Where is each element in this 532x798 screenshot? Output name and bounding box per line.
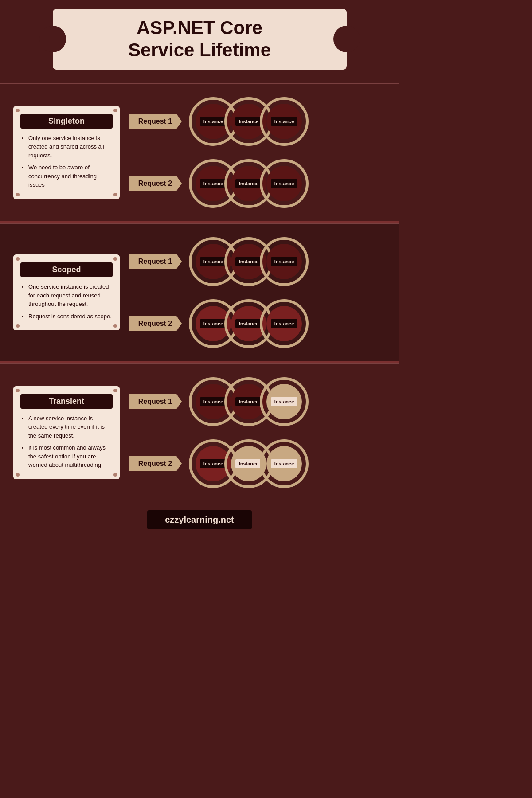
singleton-bullet-list: Only one service instance is created and… xyxy=(20,134,113,189)
scoped-r1-ring3: Instance xyxy=(260,237,309,286)
singleton-instances-r1: Instance Instance xyxy=(189,97,309,146)
transient-r2-instance3: Instance xyxy=(271,459,298,468)
transient-bullet-1: A new service instance is created every … xyxy=(28,414,113,440)
scoped-r1-circle3: Instance xyxy=(260,237,309,286)
footer-label: ezzylearning.net xyxy=(147,510,252,529)
singleton-diagram: Request 1 Instance Instance xyxy=(129,97,386,208)
singleton-r2-inner3: Instance xyxy=(266,166,302,201)
scoped-request1-label: Request 1 xyxy=(129,254,182,269)
header-title: ASP.NET Core Service Lifetime xyxy=(79,17,320,62)
scoped-request1-row: Request 1 Instance Instance xyxy=(129,237,386,286)
singleton-r2-instance1: Instance xyxy=(200,179,227,188)
scoped-bullet-list: One service instance is created for each… xyxy=(20,282,113,321)
scoped-diagram: Request 1 Instance Instance xyxy=(129,237,386,348)
singleton-r2-instance3: Instance xyxy=(271,179,298,188)
transient-instances-r1: Instance Instance xyxy=(189,377,309,426)
singleton-request1-row: Request 1 Instance Instance xyxy=(129,97,386,146)
scoped-r2-ring3: Instance xyxy=(260,299,309,348)
singleton-instances-r2: Instance Instance xyxy=(189,159,309,208)
singleton-r1-circle3: Instance xyxy=(260,97,309,146)
singleton-r1-instance3: Instance xyxy=(271,117,298,126)
singleton-info-box: Singleton Only one service instance is c… xyxy=(13,106,120,199)
singleton-r1-ring3: Instance xyxy=(260,97,309,146)
transient-r2-instance1: Instance xyxy=(200,459,227,468)
transient-title: Transient xyxy=(20,394,113,409)
scoped-r2-instance2: Instance xyxy=(235,319,262,328)
singleton-request2-label: Request 2 xyxy=(129,176,182,191)
singleton-r1-inner3: Instance xyxy=(266,104,302,139)
singleton-title: Singleton xyxy=(20,114,113,129)
singleton-r2-instance2: Instance xyxy=(235,179,262,188)
scoped-r2-instance3: Instance xyxy=(271,319,298,328)
transient-content: Transient A new service instance is crea… xyxy=(13,377,386,488)
transient-request2-row: Request 2 Instance Instance xyxy=(129,439,386,488)
header-background: ASP.NET Core Service Lifetime xyxy=(53,9,347,70)
scoped-request2-row: Request 2 Instance Instance xyxy=(129,299,386,348)
transient-request1-row: Request 1 Instance Instance xyxy=(129,377,386,426)
singleton-r1-instance2: Instance xyxy=(235,117,262,126)
transient-r2-inner3: Instance xyxy=(266,446,302,481)
scoped-r2-instance1: Instance xyxy=(200,319,227,328)
transient-section: Transient A new service instance is crea… xyxy=(0,363,399,501)
transient-diagram: Request 1 Instance Instance xyxy=(129,377,386,488)
scoped-r2-circle3: Instance xyxy=(260,299,309,348)
transient-bullet-2: It is most common and always the safest … xyxy=(28,443,113,469)
scoped-r1-instance3: Instance xyxy=(271,257,298,266)
scoped-r1-instance1: Instance xyxy=(200,257,227,266)
transient-r2-circle3: Instance xyxy=(260,439,309,488)
scoped-info-box: Scoped One service instance is created f… xyxy=(13,254,120,330)
scoped-bullet-1: One service instance is created for each… xyxy=(28,282,113,309)
singleton-request1-label: Request 1 xyxy=(129,114,182,129)
scoped-r1-inner3: Instance xyxy=(266,244,302,279)
transient-info-box: Transient A new service instance is crea… xyxy=(13,386,120,479)
singleton-r1-instance1: Instance xyxy=(200,117,227,126)
transient-r1-instance2: Instance xyxy=(235,397,262,406)
scoped-instances-r1: Instance Instance xyxy=(189,237,309,286)
scoped-r1-instance2: Instance xyxy=(235,257,262,266)
singleton-request2-row: Request 2 Instance Instance xyxy=(129,159,386,208)
scoped-section: Scoped One service instance is created f… xyxy=(0,223,399,361)
transient-request2-label: Request 2 xyxy=(129,456,182,471)
scoped-instances-r2: Instance Instance xyxy=(189,299,309,348)
singleton-section: Singleton Only one service instance is c… xyxy=(0,83,399,221)
transient-instances-r2: Instance Instance xyxy=(189,439,309,488)
transient-r1-inner3: Instance xyxy=(266,384,302,419)
scoped-title: Scoped xyxy=(20,262,113,277)
singleton-r2-circle3: Instance xyxy=(260,159,309,208)
scoped-request2-label: Request 2 xyxy=(129,316,182,331)
transient-r1-instance1: Instance xyxy=(200,397,227,406)
scoped-bullet-2: Request is considered as scope. xyxy=(28,312,113,321)
singleton-bullet-2: We need to be aware of concurrency and t… xyxy=(28,163,113,189)
transient-r1-instance3: Instance xyxy=(271,397,298,406)
singleton-r2-ring3: Instance xyxy=(260,159,309,208)
scoped-content: Scoped One service instance is created f… xyxy=(13,237,386,348)
singleton-content: Singleton Only one service instance is c… xyxy=(13,97,386,208)
singleton-bullet-1: Only one service instance is created and… xyxy=(28,134,113,160)
transient-r1-circle3: Instance xyxy=(260,377,309,426)
transient-r2-ring3: Instance xyxy=(260,439,309,488)
header: ASP.NET Core Service Lifetime xyxy=(0,0,399,83)
transient-r1-ring3: Instance xyxy=(260,377,309,426)
transient-r2-instance2: Instance xyxy=(235,459,262,468)
transient-request1-label: Request 1 xyxy=(129,394,182,409)
transient-bullet-list: A new service instance is created every … xyxy=(20,414,113,469)
scoped-r2-inner3: Instance xyxy=(266,306,302,341)
